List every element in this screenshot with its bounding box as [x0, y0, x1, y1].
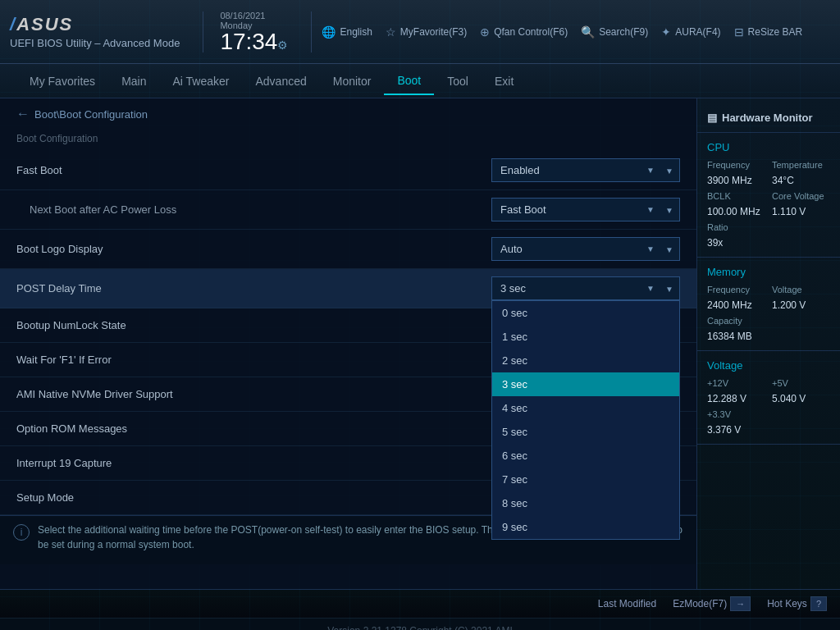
- breadcrumb-path: Boot\Boot Configuration: [34, 108, 148, 121]
- globe-icon: 🌐: [322, 25, 336, 39]
- resize-tool[interactable]: ⊟ ReSize BAR: [734, 25, 803, 39]
- boot-logo-row: Boot Logo Display Auto ▼: [0, 230, 696, 269]
- qfan-label: Qfan Control(F6): [494, 26, 568, 38]
- cpu-section-title: CPU: [707, 141, 830, 153]
- search-tool[interactable]: 🔍 Search(F9): [581, 25, 648, 39]
- fast-boot-label: Fast Boot: [16, 164, 491, 176]
- ez-mode-arrow-icon: →: [730, 596, 751, 611]
- fast-boot-dropdown[interactable]: Enabled ▼: [491, 158, 680, 182]
- fast-boot-row: Fast Boot Enabled ▼: [0, 151, 696, 190]
- post-delay-dropdown-list: 0 sec 1 sec 2 sec 3 sec 4 sec 5 sec 6 se…: [491, 300, 680, 540]
- cpu-freq-label: Frequency: [707, 160, 765, 170]
- cpu-temp-label: Temperature: [772, 160, 830, 170]
- favorite-icon: ☆: [386, 25, 396, 39]
- ez-mode-label: EzMode(F7): [673, 598, 727, 609]
- monitor-icon: ▤: [707, 112, 717, 124]
- last-modified-button[interactable]: Last Modified: [598, 598, 656, 609]
- next-boot-control[interactable]: Fast Boot ▼: [491, 198, 680, 221]
- nav-exit[interactable]: Exit: [482, 68, 527, 94]
- header-divider-2: [311, 11, 312, 52]
- logo-area: /ASUS UEFI BIOS Utility – Advanced Mode: [10, 14, 180, 49]
- memory-section: Memory Frequency Voltage 2400 MHz 1.200 …: [697, 258, 840, 351]
- memory-section-title: Memory: [707, 266, 830, 278]
- next-boot-dropdown[interactable]: Fast Boot ▼: [491, 198, 680, 221]
- post-delay-option-2sec[interactable]: 2 sec: [492, 349, 679, 372]
- chevron-down-icon: ▼: [646, 244, 655, 253]
- cpu-bclk-value: 100.00 MHz: [707, 206, 765, 217]
- aura-tool[interactable]: ✦ AURA(F4): [661, 25, 720, 39]
- nav-tool[interactable]: Tool: [434, 68, 482, 94]
- bottom-bar: Last Modified EzMode(F7) → Hot Keys ?: [0, 589, 840, 618]
- version-text: Version 2.21.1278 Copyright (C) 2021 AMI: [327, 625, 512, 630]
- datetime-area: 08/16/2021Monday 17:34⚙: [220, 11, 288, 53]
- cpu-section: CPU Frequency Temperature 3900 MHz 34°C …: [697, 133, 840, 258]
- post-delay-option-0sec[interactable]: 0 sec: [492, 301, 679, 325]
- nav-ai-tweaker[interactable]: Ai Tweaker: [159, 68, 242, 94]
- info-icon: i: [13, 524, 30, 541]
- mem-cap-value: 16384 MB: [707, 331, 765, 342]
- v5-value: 5.040 V: [772, 393, 830, 404]
- left-panel: ← Boot\Boot Configuration Boot Configura…: [0, 98, 696, 589]
- post-delay-dropdown[interactable]: 3 sec ▼: [491, 276, 680, 300]
- time-display: 17:34⚙: [220, 30, 288, 53]
- post-delay-option-9sec[interactable]: 9 sec: [492, 515, 679, 539]
- chevron-down-icon: ▼: [646, 205, 655, 214]
- mem-freq-label: Frequency: [707, 285, 765, 294]
- hot-keys-label: Hot Keys: [767, 598, 807, 609]
- voltage-grid: +12V +5V 12.288 V 5.040 V +3.3V 3.376 V: [707, 378, 830, 436]
- version-bar: Version 2.21.1278 Copyright (C) 2021 AMI: [0, 618, 840, 630]
- nav-boot[interactable]: Boot: [384, 67, 434, 95]
- chevron-down-icon: ▼: [646, 166, 655, 175]
- header-tools: 🌐 English ☆ MyFavorite(F3) ⊕ Qfan Contro…: [322, 25, 830, 39]
- ez-mode-button[interactable]: EzMode(F7) →: [673, 596, 751, 611]
- cpu-grid: Frequency Temperature 3900 MHz 34°C BCLK…: [707, 160, 830, 249]
- myfavorite-label: MyFavorite(F3): [400, 26, 467, 38]
- language-tool[interactable]: 🌐 English: [322, 25, 372, 39]
- cpu-ratio-label: Ratio: [707, 222, 765, 232]
- hotkeys-question-icon: ?: [810, 596, 827, 611]
- mem-freq-value: 2400 MHz: [707, 299, 765, 311]
- post-delay-option-4sec[interactable]: 4 sec: [492, 396, 679, 420]
- next-boot-label: Next Boot after AC Power Loss: [30, 203, 491, 216]
- header-divider: [203, 11, 203, 52]
- nav-main[interactable]: Main: [108, 68, 159, 94]
- post-delay-option-7sec[interactable]: 7 sec: [492, 468, 679, 491]
- fast-boot-control[interactable]: Enabled ▼: [491, 158, 680, 182]
- post-delay-option-6sec[interactable]: 6 sec: [492, 444, 679, 468]
- myfavorite-tool[interactable]: ☆ MyFavorite(F3): [386, 25, 467, 39]
- back-arrow-icon[interactable]: ←: [16, 107, 30, 121]
- date-display: 08/16/2021Monday: [220, 11, 265, 30]
- v33-value: 3.376 V: [707, 424, 765, 436]
- nav-advanced[interactable]: Advanced: [242, 68, 319, 94]
- right-panel: ▤ Hardware Monitor CPU Frequency Tempera…: [696, 98, 840, 589]
- asus-logo: /ASUS: [10, 14, 73, 35]
- settings-gear-icon[interactable]: ⚙: [277, 39, 288, 52]
- cpu-corevolt-value: 1.110 V: [772, 206, 830, 217]
- cpu-bclk-label: BCLK: [707, 191, 765, 201]
- mem-volt-label: Voltage: [772, 285, 830, 294]
- post-delay-option-3sec[interactable]: 3 sec: [492, 372, 679, 396]
- nav-my-favorites[interactable]: My Favorites: [16, 68, 108, 94]
- cpu-temp-value: 34°C: [772, 175, 830, 186]
- v33-label: +3.3V: [707, 409, 765, 419]
- hardware-monitor-title: ▤ Hardware Monitor: [697, 107, 840, 133]
- boot-logo-dropdown[interactable]: Auto ▼: [491, 237, 680, 261]
- nav-bar: My Favorites Main Ai Tweaker Advanced Mo…: [0, 64, 840, 98]
- qfan-tool[interactable]: ⊕ Qfan Control(F6): [480, 25, 568, 39]
- mem-volt-value: 1.200 V: [772, 299, 830, 311]
- post-delay-option-1sec[interactable]: 1 sec: [492, 325, 679, 349]
- nav-monitor[interactable]: Monitor: [320, 68, 385, 94]
- boot-logo-label: Boot Logo Display: [16, 243, 491, 255]
- post-delay-option-8sec[interactable]: 8 sec: [492, 491, 679, 515]
- section-title: Boot Configuration: [0, 130, 696, 151]
- boot-logo-control[interactable]: Auto ▼: [491, 237, 680, 261]
- post-delay-option-5sec[interactable]: 5 sec: [492, 420, 679, 444]
- post-delay-control[interactable]: 3 sec ▼ 0 sec 1 sec 2 sec 3 sec 4 sec 5 …: [491, 276, 680, 300]
- hot-keys-button[interactable]: Hot Keys ?: [767, 596, 827, 611]
- post-delay-label: POST Delay Time: [16, 282, 491, 294]
- language-label: English: [340, 26, 372, 38]
- v5-label: +5V: [772, 378, 830, 388]
- v12-value: 12.288 V: [707, 393, 765, 404]
- aura-label: AURA(F4): [675, 26, 720, 38]
- voltage-section: Voltage +12V +5V 12.288 V 5.040 V +3.3V …: [697, 351, 840, 445]
